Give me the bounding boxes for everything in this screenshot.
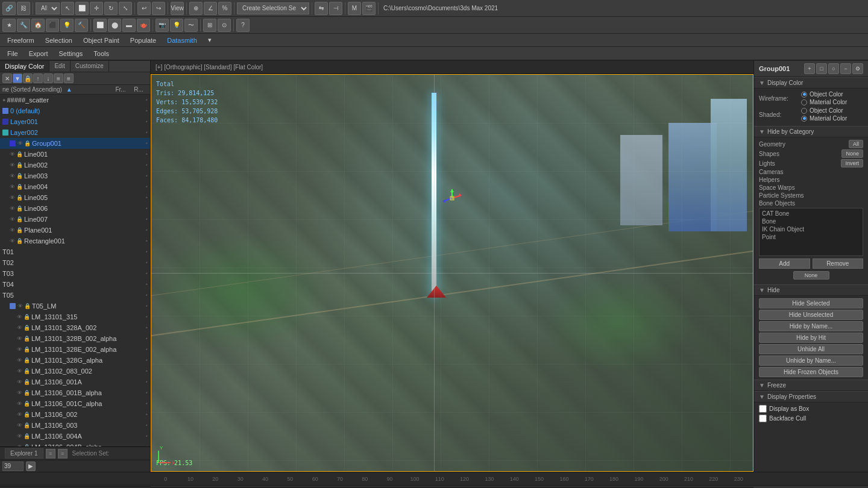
display-panel[interactable]: 💡 xyxy=(60,19,74,32)
wireframe-material-radio[interactable] xyxy=(801,99,807,105)
bone-listbox[interactable]: CAT Bone Bone IK Chain Object Point xyxy=(759,208,863,256)
view-btn[interactable]: View xyxy=(171,2,184,15)
section-display-color-header[interactable]: ▼ Display Color xyxy=(754,77,868,89)
cylinder-tool[interactable]: ▬ xyxy=(122,19,136,32)
scene-item-line002[interactable]: 👁🔒Line002• xyxy=(0,160,150,170)
shaded-material-color[interactable]: Material Color xyxy=(801,115,847,122)
frame-nav[interactable]: ▶ xyxy=(26,461,36,471)
scene-item-t02[interactable]: T02• xyxy=(0,257,150,268)
hide-unselected-btn[interactable]: Hide Unselected xyxy=(759,310,863,320)
wireframe-object-color[interactable]: Object Color xyxy=(801,91,847,98)
scene-item-line005[interactable]: 👁🔒Line005• xyxy=(0,192,150,203)
scene-list1[interactable]: ≡ xyxy=(54,74,63,83)
xform-gizmo[interactable]: ⊞ xyxy=(203,19,216,32)
align[interactable]: ⊣ xyxy=(329,2,342,15)
scene-item-lm13106_002[interactable]: 👁🔒LM_13106_002• xyxy=(0,409,150,420)
scene-item-rect001[interactable]: 👁🔒Rectangle001• xyxy=(0,236,150,246)
scene-panel-btn1[interactable]: ≡ xyxy=(46,449,55,458)
wireframe-object-radio[interactable] xyxy=(801,92,807,98)
shaded-object-color[interactable]: Object Color xyxy=(801,107,847,114)
scene-item-lm13106_001b[interactable]: 👁🔒LM_13106_001B_alpha• xyxy=(0,387,150,398)
camera-create[interactable]: 📷 xyxy=(156,19,169,32)
cat-lights-btn[interactable]: Invert xyxy=(841,159,863,167)
scene-list2[interactable]: ≡ xyxy=(64,74,74,83)
cat-add-btn[interactable]: Add xyxy=(759,258,810,269)
scene-item-scatter[interactable]: ●#####_scatter• xyxy=(0,95,150,105)
sphere-tool[interactable]: ⬤ xyxy=(108,19,121,32)
scene-filter-active[interactable]: ▼ xyxy=(13,74,22,83)
cat-remove-btn[interactable]: Remove xyxy=(813,258,864,269)
rp-minus[interactable]: − xyxy=(840,63,851,74)
tab-customize[interactable]: Customize xyxy=(71,61,109,72)
angle-snap[interactable]: ∠ xyxy=(204,2,217,15)
menu-selection[interactable]: Selection xyxy=(40,36,77,45)
select-tool[interactable]: ↖ xyxy=(61,2,74,15)
unhide-by-name-btn[interactable]: Unhide by Name... xyxy=(759,355,863,366)
listbox-cat-bone[interactable]: CAT Bone xyxy=(761,210,861,217)
section-hide-header[interactable]: ▼ Hide xyxy=(754,284,868,296)
scene-item-group001[interactable]: 👁🔒Group001• xyxy=(0,138,150,149)
unlink-tool[interactable]: ⛓ xyxy=(17,2,30,15)
light-tool[interactable]: 💡 xyxy=(170,19,183,32)
scene-item-lm13106_004a[interactable]: 👁🔒LM_13106_004A• xyxy=(0,431,150,442)
redo[interactable]: ↪ xyxy=(152,2,165,15)
hide-by-name-btn[interactable]: Hide by Name... xyxy=(759,321,863,331)
backface-cull-check[interactable] xyxy=(759,414,767,422)
scene-close[interactable]: ✕ xyxy=(2,74,12,83)
wireframe-material-color[interactable]: Material Color xyxy=(801,99,847,105)
menu-freeform[interactable]: Freeform xyxy=(2,36,39,45)
create-panel[interactable]: ★ xyxy=(2,19,16,32)
move-tool[interactable]: ✛ xyxy=(90,2,103,15)
explorer-tab[interactable]: Explorer 1 xyxy=(5,448,43,458)
percent-snap[interactable]: % xyxy=(218,2,231,15)
scene-panel-btn2[interactable]: ≡ xyxy=(58,449,68,458)
pivot-tool[interactable]: ⊙ xyxy=(218,19,231,32)
scene-item-default[interactable]: 0 (default)• xyxy=(0,105,150,116)
scene-item-lm13106_004b[interactable]: 👁🔒LM_13106_004B_alpha• xyxy=(0,442,150,446)
motion-panel[interactable]: ⬛ xyxy=(46,19,59,32)
modify-panel[interactable]: 🔧 xyxy=(17,19,30,32)
menu-datasmith[interactable]: Datasmith xyxy=(162,36,202,45)
link-tool[interactable]: 🔗 xyxy=(2,2,16,15)
backface-cull-label[interactable]: Backface Cull xyxy=(759,414,863,422)
shaded-material-radio[interactable] xyxy=(801,116,807,122)
mirror[interactable]: ⇆ xyxy=(315,2,328,15)
scene-item-layer001[interactable]: Layer001• xyxy=(0,116,150,127)
tab-display[interactable]: Display Color xyxy=(0,61,49,72)
unhide-all-btn[interactable]: Unhide All xyxy=(759,344,863,354)
scene-item-lm13101_328a[interactable]: 👁🔒LM_13101_328A_002• xyxy=(0,322,150,333)
scene-item-t01[interactable]: T01• xyxy=(0,246,150,257)
tab-edit[interactable]: Edit xyxy=(49,61,70,72)
help-btn[interactable]: ? xyxy=(236,19,250,32)
utilities-panel[interactable]: 🔨 xyxy=(75,19,88,32)
menu-more[interactable]: ▾ xyxy=(203,35,216,45)
scene-item-line007[interactable]: 👁🔒Line007• xyxy=(0,214,150,225)
snap-3d[interactable]: ⊕ xyxy=(189,2,203,15)
viewport-container[interactable]: Total Tris: 29,814,125 Verts: 15,539,732… xyxy=(151,74,753,472)
scene-item-t04[interactable]: T04• xyxy=(0,279,150,290)
scene-item-t03[interactable]: T03• xyxy=(0,268,150,279)
scene-item-lm13101_328g[interactable]: 👁🔒LM_13101_328G_alpha• xyxy=(0,355,150,366)
scene-item-lm13102_083[interactable]: 👁🔒LM_13102_083_002• xyxy=(0,366,150,377)
space-warp[interactable]: 〜 xyxy=(184,19,198,32)
menu-export[interactable]: Export xyxy=(24,49,53,58)
shaded-object-radio[interactable] xyxy=(801,108,807,114)
hide-by-hit-btn[interactable]: Hide by Hit xyxy=(759,333,863,343)
hide-frozen-btn[interactable]: Hide Frozen Objects xyxy=(759,367,863,377)
scale-tool[interactable]: ⤡ xyxy=(119,2,132,15)
scene-item-t05lm[interactable]: 👁🔒T05_LM• xyxy=(0,301,150,311)
listbox-point[interactable]: Point xyxy=(761,233,861,241)
scene-item-line006[interactable]: 👁🔒Line006• xyxy=(0,203,150,214)
teapot-tool[interactable]: 🫖 xyxy=(137,19,150,32)
render-setup[interactable]: 🎬 xyxy=(362,2,376,15)
menu-file[interactable]: File xyxy=(2,49,23,58)
cat-geometry-btn[interactable]: All xyxy=(849,140,863,148)
scene-up[interactable]: ↑ xyxy=(33,74,43,83)
scene-item-lm13106_003[interactable]: 👁🔒LM_13106_003• xyxy=(0,420,150,431)
scene-item-plane001[interactable]: 👁🔒Plane001• xyxy=(0,225,150,236)
display-as-box-label[interactable]: Display as Box xyxy=(759,405,863,413)
scene-item-lm13101_328e[interactable]: 👁🔒LM_13101_328E_002_alpha• xyxy=(0,344,150,355)
scene-down[interactable]: ↓ xyxy=(43,74,53,83)
scene-item-layer002[interactable]: Layer002• xyxy=(0,127,150,138)
rect-select[interactable]: ⬜ xyxy=(75,2,89,15)
